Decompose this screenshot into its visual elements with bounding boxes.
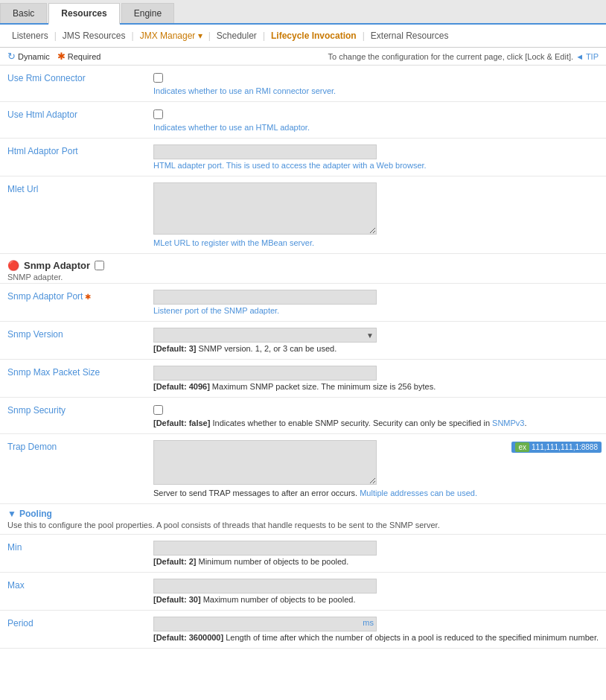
tip-link[interactable]: TIP [586,52,599,61]
trap-badge-ex: ex [515,442,529,452]
field-trap-demon: ex 111,111,111,1:8888 Server to send TRA… [149,439,606,499]
select-snmp-version[interactable]: 1 2 3 [153,328,377,343]
snmpv3-link[interactable]: SNMPv3 [492,419,524,427]
field-snmp-version: 1 2 3 ▼ [Default: 3] SNMP version. 1, 2,… [149,326,606,354]
default-tag-security: [Default: false] [153,419,210,427]
desc-snmp-security-text2: . [525,419,527,427]
tip-area: To change the configuration for the curr… [328,52,599,61]
field-mlet-url: MLet URL to register with the MBean serv… [149,181,606,249]
default-tag-max: [Default: 30] [153,595,201,604]
snmp-desc: SNMP adapter. [7,273,599,281]
label-mlet-url: Mlet Url [0,181,149,197]
tab-resources[interactable]: Resources [48,3,119,25]
trap-badge-value: 111,111,111,1:8888 [532,443,598,451]
checkbox-use-rmi[interactable] [153,73,163,83]
required-badge: ✱ Required [57,51,101,62]
field-snmp-port: Listener port of the SNMP adapter. [149,288,606,316]
checkbox-use-html[interactable] [153,109,163,119]
desc-use-rmi: Indicates whether to use an RMI connecto… [153,86,602,95]
input-pool-min[interactable] [153,541,377,556]
desc-pool-period-text: Length of time after which the number of… [226,633,599,642]
input-snmp-port[interactable] [153,290,377,305]
subnav-jmx[interactable]: JMX Manager ▾ [135,29,207,42]
desc-snmp-max-packet-text: Maximum SNMP packet size. The minimum si… [212,382,436,391]
input-snmp-max-packet[interactable] [153,366,377,381]
desc-use-html: Indicates whether to use an HTML adaptor… [153,123,602,132]
input-html-port[interactable] [153,144,377,159]
row-snmp-port: Snmp Adaptor Port Listener port of the S… [0,284,606,322]
row-snmp-version: Snmp Version 1 2 3 ▼ [Default: 3] SNMP v… [0,322,606,360]
select-wrapper-snmp-version: 1 2 3 ▼ [153,328,377,343]
period-ms-label: ms [363,618,374,627]
input-pool-max[interactable] [153,579,377,594]
content-area: Use Rmi Connector Indicates whether to u… [0,66,606,649]
textarea-mlet-url[interactable] [153,182,377,235]
default-tag-version: [Default: 3] [153,344,196,353]
tip-arrow-icon: ◄ [575,52,584,61]
tip-text: To change the configuration for the curr… [328,52,573,61]
snmp-section-header: 🔴 Snmp Adaptor SNMP adapter. [0,254,606,284]
tab-basic[interactable]: Basic [0,3,47,23]
row-snmp-max-packet: Snmp Max Packet Size [Default: 4096] Max… [0,360,606,398]
snmp-title: Snmp Adaptor [24,260,90,271]
row-trap-demon: Trap Demon ex 111,111,111,1:8888 Server … [0,434,606,504]
required-label: Required [68,52,101,61]
desc-pool-period: [Default: 3600000] Length of time after … [153,633,602,642]
field-pool-max: [Default: 30] Maximum number of objects … [149,577,606,605]
pooling-desc: Use this to configure the pool propertie… [7,521,599,529]
field-html-port: HTML adapter port. This is used to acces… [149,143,606,171]
desc-pool-max: [Default: 30] Maximum number of objects … [153,595,602,604]
subnav-jms[interactable]: JMS Resources [58,29,130,42]
desc-html-port: HTML adapter port. This is used to acces… [153,161,602,170]
label-use-rmi: Use Rmi Connector [0,70,149,86]
default-tag-min: [Default: 2] [153,557,196,566]
field-use-rmi: Indicates whether to use an RMI connecto… [149,70,606,97]
desc-mlet-url: MLet URL to register with the MBean serv… [153,238,602,247]
desc-trap-demon-text1: Server to send TRAP messages to after an… [153,489,357,497]
field-pool-period: ms [Default: 3600000] Length of time aft… [149,615,606,643]
label-pool-min: Min [0,539,149,556]
subnav-lifecycle[interactable]: Lifecycle Invocation [267,29,361,42]
toolbar: ↻ Dynamic ✱ Required To change the confi… [0,48,606,66]
field-use-html: Indicates whether to use an HTML adaptor… [149,106,606,133]
input-pool-period[interactable] [153,617,377,631]
field-snmp-security: [Default: false] Indicates whether to en… [149,402,606,429]
snmp-icon: 🔴 [7,260,19,271]
pooling-title-text: Pooling [19,509,52,519]
field-pool-min: [Default: 2] Minimum number of objects t… [149,539,606,567]
subnav-scheduler[interactable]: Scheduler [212,29,261,42]
label-use-html: Use Html Adaptor [0,106,149,123]
label-snmp-security: Snmp Security [0,402,149,419]
desc-trap-demon: Server to send TRAP messages to after an… [153,489,602,497]
label-snmp-port: Snmp Adaptor Port [0,288,149,305]
top-tab-bar: Basic Resources Engine [0,0,606,25]
dynamic-label: Dynamic [18,52,50,61]
row-use-rmi: Use Rmi Connector Indicates whether to u… [0,66,606,102]
desc-pool-min: [Default: 2] Minimum number of objects t… [153,557,602,566]
dynamic-badge: ↻ Dynamic [7,51,50,62]
period-wrapper: ms [153,617,377,631]
field-snmp-max-packet: [Default: 4096] Maximum SNMP packet size… [149,364,606,392]
tab-engine[interactable]: Engine [121,3,174,23]
textarea-trap-demon[interactable] [153,440,377,485]
chevron-down-pooling-icon: ▼ [7,509,16,519]
desc-snmp-security-text: Indicates whether to enable SNMP securit… [212,419,492,427]
label-pool-period: Period [0,615,149,631]
desc-pool-min-text: Minimum number of objects to be pooled. [199,557,349,566]
trap-demon-wrapper: ex 111,111,111,1:8888 [153,440,602,487]
subnav-external[interactable]: External Resources [366,29,453,42]
desc-snmp-max-packet: [Default: 4096] Maximum SNMP packet size… [153,382,602,391]
default-tag-period: [Default: 3600000] [153,633,223,642]
label-html-port: Html Adaptor Port [0,143,149,159]
label-pool-max: Max [0,577,149,594]
pooling-toggle[interactable]: ▼ Pooling [7,509,599,519]
checkbox-snmp-security[interactable] [153,405,163,415]
row-html-port: Html Adaptor Port HTML adapter port. Thi… [0,139,606,176]
label-snmp-version: Snmp Version [0,326,149,343]
dynamic-icon: ↻ [7,51,16,62]
checkbox-snmp-enabled[interactable] [95,261,104,270]
subnav-listeners[interactable]: Listeners [7,29,53,42]
row-snmp-security: Snmp Security [Default: false] Indicates… [0,398,606,434]
sub-nav-bar: Listeners | JMS Resources | JMX Manager … [0,25,606,48]
desc-pool-max-text: Maximum number of objects to be pooled. [203,595,356,604]
